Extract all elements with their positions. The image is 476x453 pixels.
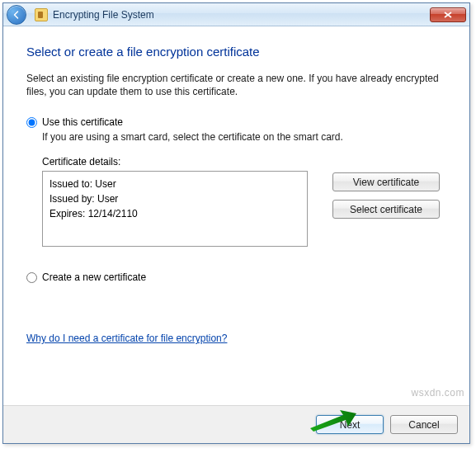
radio-use-certificate[interactable] [26, 117, 37, 128]
use-certificate-hint: If you are using a smart card, select th… [42, 131, 446, 143]
radio-create-label: Create a new certificate [42, 271, 146, 283]
window-title: Encrypting File System [53, 9, 154, 21]
certificate-details-label: Certificate details: [42, 156, 446, 168]
wizard-window: Encrypting File System Select or create … [2, 2, 470, 444]
titlebar: Encrypting File System [3, 3, 469, 26]
close-icon [444, 12, 452, 18]
cert-issued-by: Issued by: User [49, 191, 300, 206]
back-button[interactable] [7, 5, 26, 25]
option-use-certificate[interactable]: Use this certificate [26, 116, 446, 128]
footer: Next Cancel [3, 405, 469, 443]
page-heading: Select or create a file encryption certi… [26, 45, 446, 59]
radio-create-certificate[interactable] [26, 272, 37, 283]
help-link[interactable]: Why do I need a certificate for file enc… [26, 333, 227, 344]
cert-expires: Expires: 12/14/2110 [49, 206, 300, 221]
back-arrow-icon [12, 10, 21, 20]
cancel-button[interactable]: Cancel [390, 415, 458, 434]
page-description: Select an existing file encryption certi… [26, 72, 446, 98]
next-button[interactable]: Next [316, 415, 384, 434]
close-button[interactable] [430, 7, 466, 22]
efs-icon [35, 8, 48, 21]
view-certificate-button[interactable]: View certificate [332, 172, 440, 191]
option-create-certificate[interactable]: Create a new certificate [26, 271, 446, 283]
certificate-action-buttons: View certificate Select certificate [332, 172, 440, 219]
certificate-details-area: Issued to: User Issued by: User Expires:… [42, 171, 446, 247]
content-area: Select or create a file encryption certi… [3, 26, 469, 344]
watermark-text: wsxdn.com [411, 387, 464, 399]
select-certificate-button[interactable]: Select certificate [332, 200, 440, 219]
radio-use-label: Use this certificate [42, 116, 123, 128]
cert-issued-to: Issued to: User [49, 177, 300, 191]
certificate-details-box: Issued to: User Issued by: User Expires:… [42, 171, 308, 247]
